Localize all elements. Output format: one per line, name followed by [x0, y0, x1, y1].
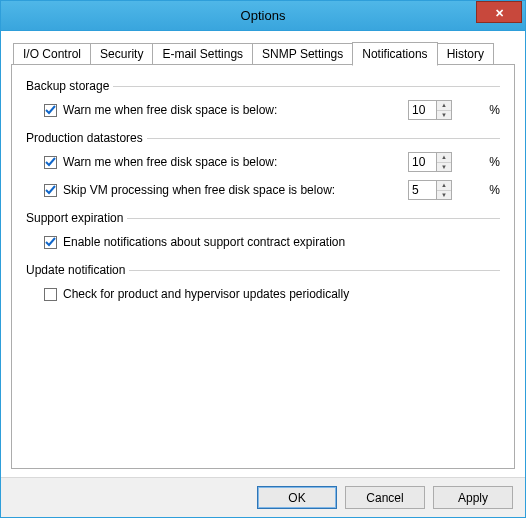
checkbox-update-check[interactable]: [44, 288, 57, 301]
spinner-up-button[interactable]: ▲: [437, 101, 451, 111]
unit-prod-skip: %: [470, 183, 500, 197]
spinner-down-button[interactable]: ▼: [437, 163, 451, 172]
tab-panel-notifications: Backup storage Warn me when free disk sp…: [11, 64, 515, 469]
chevron-down-icon: ▼: [441, 112, 447, 118]
window-title: Options: [1, 8, 525, 23]
group-backup-storage: Backup storage Warn me when free disk sp…: [26, 79, 500, 121]
group-title-update-notification: Update notification: [26, 263, 125, 277]
spinner-prod-warn: ▲ ▼: [408, 152, 452, 172]
group-support-expiration: Support expiration Enable notifications …: [26, 211, 500, 253]
close-icon: [495, 5, 504, 20]
tab-notifications[interactable]: Notifications: [352, 42, 437, 66]
options-dialog: Options I/O Control Security E-mail Sett…: [0, 0, 526, 518]
checkbox-prod-skip[interactable]: [44, 184, 57, 197]
checkbox-prod-warn[interactable]: [44, 156, 57, 169]
tabstrip: I/O Control Security E-mail Settings SNM…: [11, 41, 515, 64]
label-backup-warn: Warn me when free disk space is below:: [63, 103, 277, 117]
input-prod-warn-value[interactable]: [408, 152, 436, 172]
spinner-up-button[interactable]: ▲: [437, 153, 451, 163]
spinner-prod-skip: ▲ ▼: [408, 180, 452, 200]
label-prod-warn: Warn me when free disk space is below:: [63, 155, 277, 169]
row-update-check: Check for product and hypervisor updates…: [26, 283, 500, 305]
checkmark-icon: [45, 237, 56, 248]
checkbox-backup-warn[interactable]: [44, 104, 57, 117]
chevron-up-icon: ▲: [441, 154, 447, 160]
titlebar: Options: [1, 1, 525, 31]
row-support-enable: Enable notifications about support contr…: [26, 231, 500, 253]
checkmark-icon: [45, 185, 56, 196]
tab-email-settings[interactable]: E-mail Settings: [152, 43, 253, 64]
tab-io-control[interactable]: I/O Control: [13, 43, 91, 64]
tab-security[interactable]: Security: [90, 43, 153, 64]
spinner-backup-warn: ▲ ▼: [408, 100, 452, 120]
unit-prod-warn: %: [470, 155, 500, 169]
divider: [147, 138, 500, 139]
divider: [127, 218, 500, 219]
input-prod-skip-value[interactable]: [408, 180, 436, 200]
dialog-footer: OK Cancel Apply: [1, 477, 525, 517]
label-prod-skip: Skip VM processing when free disk space …: [63, 183, 335, 197]
spinner-down-button[interactable]: ▼: [437, 191, 451, 200]
checkbox-support-enable[interactable]: [44, 236, 57, 249]
group-title-backup-storage: Backup storage: [26, 79, 109, 93]
spinner-down-button[interactable]: ▼: [437, 111, 451, 120]
cancel-button[interactable]: Cancel: [345, 486, 425, 509]
chevron-down-icon: ▼: [441, 192, 447, 198]
label-support-enable: Enable notifications about support contr…: [63, 235, 345, 249]
input-backup-warn-value[interactable]: [408, 100, 436, 120]
tab-snmp-settings[interactable]: SNMP Settings: [252, 43, 353, 64]
ok-button[interactable]: OK: [257, 486, 337, 509]
spinner-up-button[interactable]: ▲: [437, 181, 451, 191]
divider: [129, 270, 500, 271]
group-update-notification: Update notification Check for product an…: [26, 263, 500, 305]
checkmark-icon: [45, 105, 56, 116]
row-backup-warn: Warn me when free disk space is below: ▲…: [26, 99, 500, 121]
group-title-production-datastores: Production datastores: [26, 131, 143, 145]
close-button[interactable]: [476, 1, 522, 23]
unit-backup-warn: %: [470, 103, 500, 117]
divider: [113, 86, 500, 87]
group-title-support-expiration: Support expiration: [26, 211, 123, 225]
chevron-down-icon: ▼: [441, 164, 447, 170]
checkmark-icon: [45, 157, 56, 168]
row-prod-warn: Warn me when free disk space is below: ▲…: [26, 151, 500, 173]
chevron-up-icon: ▲: [441, 102, 447, 108]
chevron-up-icon: ▲: [441, 182, 447, 188]
row-prod-skip: Skip VM processing when free disk space …: [26, 179, 500, 201]
apply-button[interactable]: Apply: [433, 486, 513, 509]
group-production-datastores: Production datastores Warn me when free …: [26, 131, 500, 201]
label-update-check: Check for product and hypervisor updates…: [63, 287, 349, 301]
client-area: I/O Control Security E-mail Settings SNM…: [1, 31, 525, 477]
tab-history[interactable]: History: [437, 43, 494, 64]
